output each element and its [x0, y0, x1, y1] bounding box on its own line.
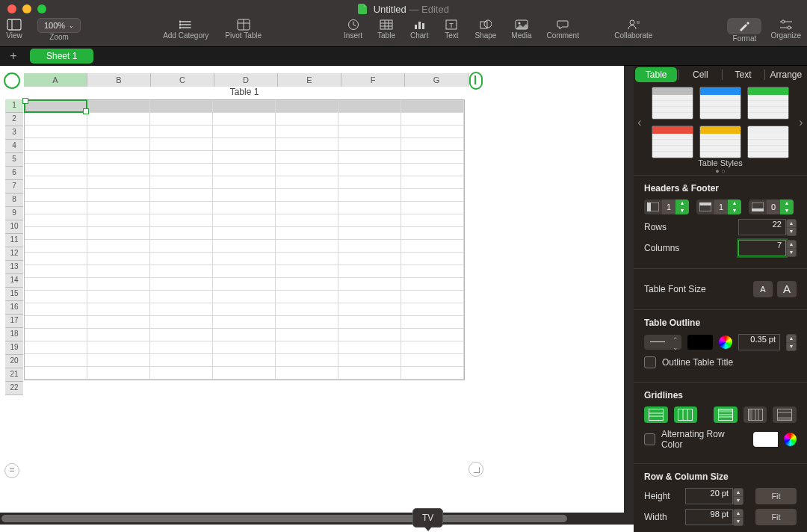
row-header[interactable]: 21 — [5, 368, 23, 382]
cell[interactable] — [150, 240, 213, 253]
header-rows-stepper[interactable]: 1 ▲▼ — [696, 200, 741, 214]
row-header[interactable]: 12 — [5, 247, 23, 261]
tab-text[interactable]: Text — [723, 69, 764, 80]
outline-color-well[interactable] — [687, 335, 713, 350]
cell[interactable] — [276, 367, 338, 380]
row-header[interactable]: 17 — [5, 315, 23, 328]
text-button[interactable]: TText — [443, 18, 460, 40]
insert-button[interactable]: Insert — [344, 18, 362, 40]
cell[interactable] — [213, 176, 276, 189]
cell[interactable] — [276, 176, 338, 189]
columns-spinner[interactable]: ▲▼ — [786, 240, 797, 256]
cell[interactable] — [25, 176, 87, 189]
cell[interactable] — [338, 303, 401, 316]
alternating-row-checkbox[interactable] — [644, 433, 655, 445]
row-header[interactable]: 15 — [5, 288, 23, 301]
outline-width-input[interactable]: 0.35 pt — [738, 334, 780, 350]
cell[interactable] — [338, 291, 401, 303]
add-row-handle[interactable]: = — [4, 463, 19, 478]
cell[interactable] — [213, 367, 276, 380]
horizontal-scrollbar[interactable] — [0, 513, 634, 525]
resize-table-handle[interactable] — [469, 462, 483, 477]
cell[interactable] — [25, 151, 87, 164]
cell[interactable] — [276, 240, 338, 253]
cell[interactable] — [150, 113, 213, 126]
cell[interactable] — [25, 316, 87, 329]
cell[interactable] — [87, 126, 150, 138]
row-height-input[interactable]: 20 pt — [685, 488, 733, 504]
cell[interactable] — [213, 278, 276, 291]
cell[interactable] — [401, 214, 464, 227]
col-header[interactable]: D — [214, 73, 278, 87]
cell[interactable] — [276, 100, 338, 113]
row-header[interactable]: 16 — [5, 301, 23, 315]
cell[interactable] — [213, 291, 276, 303]
cell[interactable] — [338, 126, 401, 138]
cell[interactable] — [150, 291, 213, 303]
cell[interactable] — [25, 367, 87, 380]
row-header[interactable]: 22 — [5, 382, 23, 395]
cell[interactable] — [150, 138, 213, 151]
cell[interactable] — [276, 113, 338, 126]
cell[interactable] — [213, 240, 276, 253]
cell[interactable] — [276, 138, 338, 151]
cell[interactable] — [276, 265, 338, 278]
cell[interactable] — [87, 278, 150, 291]
cell[interactable] — [276, 354, 338, 367]
cell[interactable] — [87, 240, 150, 253]
alt-color-wheel-icon[interactable] — [784, 433, 797, 446]
cell[interactable] — [150, 151, 213, 164]
cell[interactable] — [401, 240, 464, 253]
cell[interactable] — [213, 164, 276, 176]
row-header[interactable]: 2 — [5, 113, 23, 126]
cell[interactable] — [87, 291, 150, 303]
cell[interactable] — [150, 278, 213, 291]
zoom-select[interactable]: 100%⌄ Zoom — [37, 18, 81, 41]
cell[interactable] — [213, 329, 276, 341]
column-headers[interactable]: ABCDEFG — [24, 73, 469, 87]
tab-cell[interactable]: Cell — [679, 69, 721, 80]
col-header[interactable]: G — [405, 73, 469, 87]
font-larger-button[interactable]: A — [777, 281, 797, 297]
cell[interactable] — [338, 113, 401, 126]
organize-button[interactable]: Organize — [770, 18, 801, 40]
col-header[interactable]: E — [278, 73, 341, 87]
fit-height-button[interactable]: Fit — [755, 488, 797, 504]
cell[interactable] — [25, 291, 87, 303]
style-green[interactable] — [747, 87, 789, 120]
rows-spinner[interactable]: ▲▼ — [786, 219, 797, 235]
col-header[interactable]: A — [24, 73, 87, 87]
style-plain[interactable] — [747, 126, 789, 158]
style-orange[interactable] — [699, 126, 741, 158]
row-header[interactable]: 18 — [5, 328, 23, 341]
cell[interactable] — [213, 303, 276, 316]
alternating-color-well[interactable] — [753, 432, 778, 447]
media-button[interactable]: Media — [511, 18, 531, 40]
styles-prev-button[interactable]: ‹ — [634, 116, 646, 129]
cell[interactable] — [401, 291, 464, 303]
style-gray[interactable] — [652, 87, 693, 120]
cell[interactable] — [87, 164, 150, 176]
sheet-tab[interactable]: Sheet 1 — [30, 49, 93, 64]
outline-style-select[interactable]: ⌃⌄ — [644, 335, 681, 350]
cell[interactable] — [401, 113, 464, 126]
cell[interactable] — [338, 214, 401, 227]
cell[interactable] — [25, 164, 87, 176]
row-header[interactable]: 4 — [5, 140, 23, 153]
cell[interactable] — [276, 316, 338, 329]
cell[interactable] — [150, 214, 213, 227]
cell[interactable] — [25, 303, 87, 316]
row-header[interactable]: 10 — [5, 220, 23, 234]
cell[interactable] — [276, 227, 338, 240]
cell[interactable] — [401, 354, 464, 367]
font-smaller-button[interactable]: A — [753, 281, 773, 297]
cell[interactable] — [401, 278, 464, 291]
cell[interactable] — [87, 253, 150, 265]
row-header[interactable]: 7 — [5, 180, 23, 194]
cell[interactable] — [25, 189, 87, 202]
cell[interactable] — [401, 151, 464, 164]
cell[interactable] — [25, 126, 87, 138]
row-height-spinner[interactable]: ▲▼ — [733, 488, 743, 504]
row-header[interactable]: 1 — [5, 99, 23, 113]
cell[interactable] — [213, 151, 276, 164]
